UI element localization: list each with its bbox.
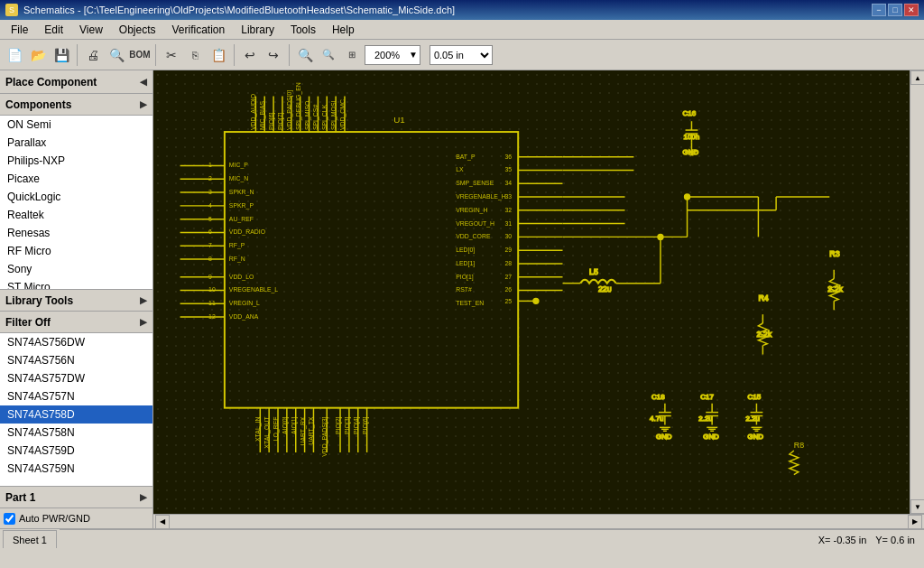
svg-text:VREGENABLE_H: VREGENABLE_H	[456, 193, 506, 200]
svg-text:U1: U1	[393, 115, 405, 125]
menu-edit[interactable]: Edit	[37, 21, 70, 39]
menu-file[interactable]: File	[4, 21, 35, 39]
auto-pwr-checkbox[interactable]	[4, 513, 15, 525]
sheet-tab[interactable]: Sheet 1	[3, 530, 57, 548]
components-header[interactable]: Components ▶	[0, 94, 152, 116]
comp-realtek[interactable]: Realtek	[0, 206, 152, 224]
part-757n[interactable]: SN74AS757N	[0, 387, 152, 405]
svg-text:PIO[6]: PIO[6]	[362, 416, 369, 434]
part-756dw[interactable]: SN74AS756DW	[0, 333, 152, 351]
scroll-left-arrow[interactable]: ◀	[155, 515, 170, 529]
menu-view[interactable]: View	[72, 21, 110, 39]
scroll-down-arrow[interactable]: ▼	[910, 499, 924, 514]
zoom-in-button[interactable]: 🔍	[294, 44, 316, 66]
paste-button[interactable]: 📋	[208, 44, 229, 66]
part-759n[interactable]: SN74AS759N	[0, 460, 152, 478]
comp-parallax[interactable]: Parallax	[0, 134, 152, 152]
zoom-out-button[interactable]: 🔍	[318, 44, 339, 66]
schematic-wrapper: VDD_AUDIO MIC_BIAS PIO[6] PIO[7] VDD_PAD…	[153, 70, 924, 528]
toolbar-sep3	[234, 44, 235, 66]
svg-text:UART_RX: UART_RX	[300, 416, 307, 445]
menu-library[interactable]: Library	[234, 21, 282, 39]
cut-button[interactable]: ✂	[161, 44, 182, 66]
svg-point-71	[533, 298, 539, 303]
svg-text:PIO[6]: PIO[6]	[268, 112, 275, 130]
svg-text:MIC_P: MIC_P	[229, 162, 248, 169]
parts-list[interactable]: SN74AS756DW SN74AS756N SN74AS757DW SN74A…	[0, 333, 152, 487]
comp-st-micro[interactable]: ST Micro	[0, 278, 152, 290]
part-759d[interactable]: SN74AS759D	[0, 442, 152, 460]
svg-text:28: 28	[504, 260, 512, 266]
auto-pwr-label: Auto PWR/GND	[19, 513, 90, 524]
part-757dw[interactable]: SN74AS757DW	[0, 369, 152, 387]
part-758d[interactable]: SN74AS758D	[0, 405, 152, 424]
svg-text:6: 6	[208, 228, 212, 235]
horizontal-scrollbar[interactable]: ◀ ▶	[153, 514, 924, 528]
svg-text:RST#: RST#	[456, 287, 472, 293]
svg-text:TEST_EN: TEST_EN	[456, 300, 484, 307]
open-button[interactable]: 📂	[27, 44, 49, 66]
part-label: Part 1	[5, 491, 35, 504]
snap-select[interactable]: 0.05 in 0.1 in 0.025 in	[430, 45, 493, 65]
svg-text:PIO[4]: PIO[4]	[353, 416, 360, 434]
zoom-input[interactable]	[367, 46, 407, 64]
components-list[interactable]: ON Semi Parallax Philips-NXP Picaxe Quic…	[0, 116, 152, 290]
svg-text:SPKR_N: SPKR_N	[229, 189, 254, 196]
menu-help[interactable]: Help	[325, 21, 362, 39]
menu-verification[interactable]: Verification	[165, 21, 233, 39]
copy-button[interactable]: ⎘	[184, 44, 206, 66]
comp-rf-micro[interactable]: RF Micro	[0, 242, 152, 260]
library-tools-header[interactable]: Library Tools ▶	[0, 290, 152, 312]
menu-tools[interactable]: Tools	[283, 21, 323, 39]
close-button[interactable]: ✕	[904, 4, 919, 16]
bom-button[interactable]: BOM	[129, 44, 151, 66]
part-758n[interactable]: SN74AS758N	[0, 424, 152, 442]
scroll-right-arrow[interactable]: ▶	[908, 515, 922, 529]
redo-button[interactable]: ↪	[263, 44, 284, 66]
minimize-button[interactable]: −	[872, 4, 886, 16]
sheet-status-row: Sheet 1 X= -0.35 in Y= 0.6 in	[0, 529, 924, 549]
comp-picaxe[interactable]: Picaxe	[0, 170, 152, 188]
svg-text:PIO[1]: PIO[1]	[456, 274, 474, 281]
new-button[interactable]: 📄	[4, 44, 25, 66]
scroll-up-arrow[interactable]: ▲	[910, 70, 924, 85]
comp-philips-nxp[interactable]: Philips-NXP	[0, 152, 152, 170]
maximize-button[interactable]: □	[888, 4, 902, 16]
print-preview-button[interactable]: 🔍	[106, 44, 127, 66]
svg-text:BAT_P: BAT_P	[456, 154, 476, 161]
schematic-area[interactable]: VDD_AUDIO MIC_BIAS PIO[6] PIO[7] VDD_PAD…	[153, 70, 910, 514]
library-tools-arrow: ▶	[140, 295, 147, 305]
svg-text:34: 34	[504, 180, 512, 186]
zoom-fit-button[interactable]: ⊞	[341, 44, 363, 66]
comp-on-semi[interactable]: ON Semi	[0, 116, 152, 134]
undo-button[interactable]: ↩	[239, 44, 261, 66]
save-button[interactable]: 💾	[51, 44, 72, 66]
filter-header[interactable]: Filter Off ▶	[0, 312, 152, 333]
print-button[interactable]: 🖨	[82, 44, 104, 66]
svg-text:VREGIN_L: VREGIN_L	[229, 300, 260, 307]
part-756n[interactable]: SN74AS756N	[0, 351, 152, 369]
svg-text:25: 25	[504, 298, 512, 304]
svg-text:10: 10	[208, 287, 216, 293]
svg-text:7: 7	[208, 242, 212, 248]
place-component-header[interactable]: Place Component ◀	[0, 70, 152, 94]
menu-objects[interactable]: Objects	[112, 21, 163, 39]
place-component-label: Place Component	[5, 76, 97, 88]
svg-text:GND: GND	[703, 433, 719, 441]
svg-text:C18: C18	[651, 393, 665, 401]
part-section-header[interactable]: Part 1 ▶	[0, 487, 152, 508]
svg-text:AIO[1]: AIO[1]	[291, 416, 298, 434]
svg-text:C16: C16	[683, 109, 697, 117]
vertical-scrollbar[interactable]: ▲ ▼	[910, 70, 924, 514]
svg-text:C15: C15	[748, 393, 762, 401]
schematic-with-scroll: VDD_AUDIO MIC_BIAS PIO[6] PIO[7] VDD_PAD…	[153, 70, 924, 514]
svg-text:9: 9	[208, 274, 212, 280]
svg-text:29: 29	[504, 247, 512, 253]
svg-text:36: 36	[504, 154, 512, 160]
zoom-select[interactable]: ▼	[365, 45, 420, 65]
comp-quicklogic[interactable]: QuickLogic	[0, 188, 152, 206]
svg-text:11: 11	[208, 300, 216, 306]
svg-text:VDD_RADIO: VDD_RADIO	[229, 228, 266, 236]
comp-renesas[interactable]: Renesas	[0, 224, 152, 242]
comp-sony[interactable]: Sony	[0, 260, 152, 278]
